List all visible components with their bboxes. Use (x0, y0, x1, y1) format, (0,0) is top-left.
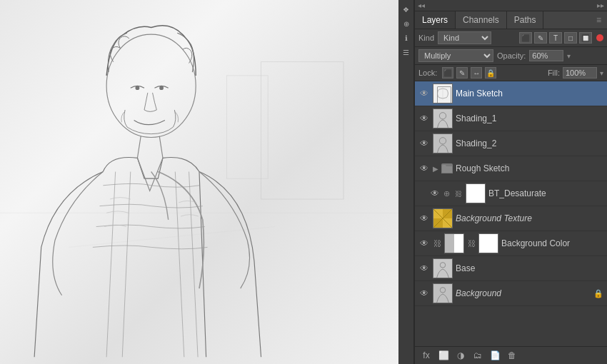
filter-kind-select[interactable]: Kind (438, 31, 491, 44)
layer-thumb-base (433, 258, 453, 278)
fill-label: Fill: (548, 69, 560, 77)
svg-rect-27 (479, 234, 498, 253)
panel-collapse-left[interactable]: ◂◂ (418, 1, 425, 9)
tab-channels[interactable]: Channels (456, 11, 507, 29)
layer-eye-bt-desaturate[interactable]: 👁 (429, 188, 441, 199)
bt-desat-icon: ⊕ (443, 189, 450, 198)
blend-row: Multiply Normal Screen Overlay Opacity: … (415, 47, 607, 65)
sketch-image (0, 0, 398, 364)
filter-row: Kind Kind ⬛ ✎ T □ 🔲 (415, 29, 607, 47)
add-group-btn[interactable]: 🗂 (472, 350, 483, 361)
layer-thumb-bg-color (444, 233, 464, 253)
layer-eye-bg-texture[interactable]: 👁 (418, 213, 430, 224)
layer-shading-2[interactable]: 👁 Shading_2 (415, 131, 607, 156)
svg-line-3 (69, 227, 275, 248)
layer-eye-base[interactable]: 👁 (418, 263, 430, 274)
layer-thumb-bt-desaturate (466, 183, 486, 203)
layer-thumb-shading-1 (433, 108, 453, 128)
svg-rect-25 (445, 234, 454, 253)
add-mask-btn[interactable]: ⬜ (438, 350, 449, 361)
add-layer-btn[interactable]: 📄 (489, 350, 501, 361)
layer-name-shading-1: Shading_1 (456, 113, 603, 123)
layer-name-main-sketch: Main Sketch (456, 89, 603, 98)
svg-line-10 (122, 172, 131, 358)
layer-eye-background[interactable]: 👁 (418, 288, 430, 299)
layer-lock-background: 🔒 (593, 289, 603, 298)
layer-thumb-bg-texture (433, 208, 453, 228)
layer-background[interactable]: 👁 Background 🔒 (415, 281, 607, 306)
layer-chain-bg-color: ⛓ (433, 239, 441, 248)
lock-position-btn[interactable]: ✎ (456, 67, 468, 79)
add-style-btn[interactable]: fx (421, 350, 432, 361)
toolbar-add-icon[interactable]: ⊕ (400, 17, 413, 30)
svg-point-4 (106, 34, 196, 137)
layer-name-background: Background (456, 288, 591, 298)
filter-icons: ⬛ ✎ T □ 🔲 (519, 32, 592, 44)
layer-folder-rough-sketch (441, 163, 453, 173)
layer-name-rough-sketch: Rough Sketch (456, 163, 603, 173)
panel-collapse-right[interactable]: ▸▸ (597, 1, 604, 9)
filter-type-btn[interactable]: T (549, 32, 562, 44)
svg-rect-19 (466, 184, 485, 203)
svg-rect-30 (433, 284, 452, 303)
layer-eye-rough-sketch[interactable]: 👁 (418, 163, 430, 174)
filter-shape-btn[interactable]: □ (564, 32, 577, 44)
layer-shading-1[interactable]: 👁 Shading_1 (415, 106, 607, 131)
layer-thumb-shading-2 (433, 133, 453, 153)
filter-dot (596, 34, 603, 41)
svg-line-7 (137, 136, 141, 158)
kind-label: Kind (418, 34, 434, 42)
layers-bottom: fx ⬜ ◑ 🗂 📄 🗑 (415, 346, 607, 364)
layer-rough-sketch[interactable]: 👁 ▶ Rough Sketch (415, 156, 607, 181)
delete-layer-btn[interactable]: 🗑 (506, 350, 518, 361)
fill-value[interactable]: 100% (563, 67, 597, 79)
layer-bg-color[interactable]: 👁 ⛓ ⛓ Background Color (415, 231, 607, 256)
layer-bt-desaturate[interactable]: 👁 ⊕ ⛓ BT_Desaturate (415, 181, 607, 206)
svg-point-6 (159, 86, 164, 90)
lock-transform-btn[interactable]: ↔ (471, 67, 482, 79)
opacity-value[interactable]: 60% (529, 50, 563, 61)
lock-pixels-btn[interactable]: ⬛ (442, 67, 453, 79)
fill-arrow[interactable]: ▾ (600, 69, 603, 77)
svg-rect-13 (433, 84, 452, 103)
svg-rect-26 (454, 234, 463, 253)
layer-name-shading-2: Shading_2 (456, 138, 603, 148)
layer-base[interactable]: 👁 Base (415, 256, 607, 281)
layer-bg-texture[interactable]: 👁 Background Texture (415, 206, 607, 231)
layers-list: 👁 Main Sketch 👁 Shading_1 (415, 81, 607, 346)
layer-eye-shading-2[interactable]: 👁 (418, 138, 430, 149)
svg-rect-15 (433, 109, 452, 128)
filter-smart-btn[interactable]: 🔲 (579, 32, 592, 44)
canvas-area (0, 0, 398, 364)
filter-pixel-btn[interactable]: ⬛ (519, 32, 532, 44)
svg-line-9 (106, 172, 116, 358)
layer-eye-bg-color[interactable]: 👁 (418, 238, 430, 249)
toolbar-info-icon[interactable]: ℹ (400, 31, 413, 44)
blend-mode-select[interactable]: Multiply Normal Screen Overlay (418, 49, 493, 62)
layer-main-sketch[interactable]: 👁 Main Sketch (415, 81, 607, 106)
lock-row: Lock: ⬛ ✎ ↔ 🔒 Fill: 100% ▾ (415, 65, 607, 81)
svg-line-8 (159, 136, 163, 158)
svg-rect-28 (433, 259, 452, 278)
layer-name-bt-desaturate: BT_Desaturate (488, 188, 603, 198)
layer-eye-main-sketch[interactable]: 👁 (418, 88, 430, 99)
right-panel: ◂◂ ▸▸ Layers Channels Paths ≡ Kind Kind … (414, 0, 607, 364)
panel-menu-icon[interactable]: ≡ (591, 11, 607, 29)
layer-name-bg-color: Background Color (501, 238, 603, 248)
opacity-arrow[interactable]: ▾ (567, 52, 571, 60)
toolbar-move-icon[interactable]: ❖ (400, 3, 413, 16)
svg-line-11 (175, 172, 184, 358)
layer-eye-shading-1[interactable]: 👁 (418, 113, 430, 124)
svg-rect-1 (226, 76, 268, 178)
toolbar-list-icon[interactable]: ☰ (400, 46, 413, 59)
filter-adjust-btn[interactable]: ✎ (534, 32, 547, 44)
add-adjustment-btn[interactable]: ◑ (455, 350, 466, 361)
tab-paths[interactable]: Paths (507, 11, 544, 29)
svg-point-5 (136, 86, 140, 90)
lock-all-btn[interactable]: 🔒 (485, 67, 496, 79)
tab-layers[interactable]: Layers (415, 11, 456, 29)
left-toolbar: ❖ ⊕ ℹ ☰ (398, 0, 414, 364)
panel-top-bar: ◂◂ ▸▸ (415, 0, 607, 11)
group-arrow-rough-sketch[interactable]: ▶ (433, 165, 438, 173)
svg-rect-0 (261, 62, 343, 199)
